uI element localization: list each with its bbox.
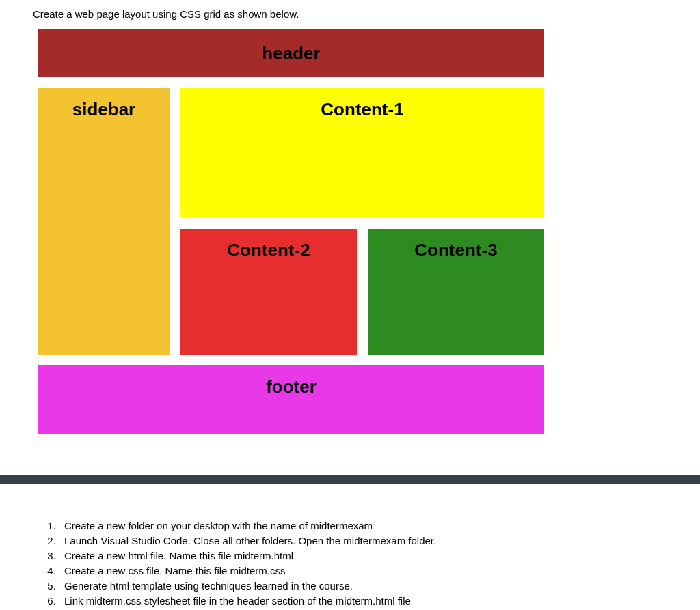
instruction-step: Create a new css file. Name this file mi…: [59, 564, 667, 578]
grid-content1-box: Content-1: [180, 88, 544, 218]
instruction-step: Link midterm.css stylesheet file in the …: [59, 594, 667, 608]
grid-content3-box: Content-3: [368, 229, 544, 355]
instructions-list: Create a new folder on your desktop with…: [33, 518, 667, 610]
document-page: Create a web page layout using CSS grid …: [0, 0, 700, 610]
intro-text: Create a web page layout using CSS grid …: [33, 8, 667, 20]
grid-header-box: header: [38, 29, 544, 77]
css-grid-demo: header sidebar Content-1 Content-2 Conte…: [38, 29, 667, 434]
grid-sidebar-box: sidebar: [38, 88, 170, 355]
instruction-step: Create a new folder on your desktop with…: [59, 518, 667, 533]
grid-content2-box: Content-2: [180, 229, 357, 355]
instruction-step: Create a new html file. Name this file m…: [59, 549, 667, 563]
separator-bar: [0, 475, 700, 484]
instruction-step: Launch Visual Studio Code. Close all oth…: [59, 533, 667, 548]
instruction-step: Generate html template using techniques …: [59, 579, 667, 593]
grid-footer-box: footer: [38, 365, 544, 434]
